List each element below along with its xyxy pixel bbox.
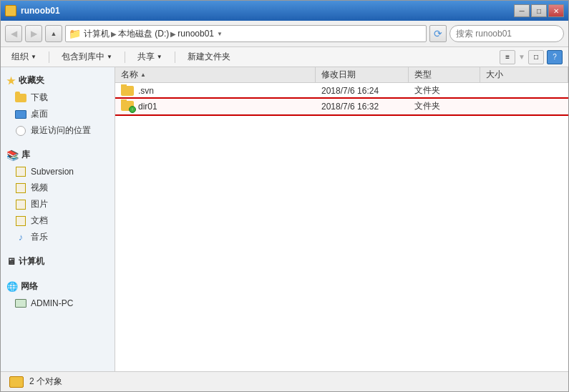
- toolbar-area: ◀ ▶ ▲ 📁 计算机 ▶ 本地磁盘 (D:) ▶ runoob01 ▼ ⟳: [1, 21, 568, 47]
- svn-date: 2018/7/6 16:24: [316, 84, 409, 97]
- forward-button[interactable]: ▶: [25, 25, 42, 42]
- share-button[interactable]: 共享 ▼: [132, 49, 167, 65]
- library-label: 库: [21, 149, 30, 161]
- pictures-icon: [15, 199, 26, 210]
- svn-folder-icon: [121, 86, 134, 96]
- file-name-svn: .svn: [115, 84, 316, 97]
- documents-icon: [15, 215, 26, 227]
- close-button[interactable]: ✕: [548, 4, 564, 17]
- share-label: 共享: [137, 51, 155, 63]
- col-type-header[interactable]: 类型: [409, 67, 480, 82]
- download-label: 下载: [31, 92, 48, 104]
- window: runoob01 ─ □ ✕ ◀ ▶ ▲ 📁 计算机 ▶ 本地磁盘 (D:) ▶…: [0, 0, 569, 392]
- sidebar-item-documents[interactable]: 文档: [1, 212, 115, 229]
- sep-cmd-2: [125, 52, 125, 63]
- command-bar: 组织 ▼ 包含到库中 ▼ 共享 ▼ 新建文件夹 ≡ ▼ □ ?: [1, 47, 568, 67]
- new-folder-button[interactable]: 新建文件夹: [183, 49, 235, 65]
- sidebar-item-pictures[interactable]: 图片: [1, 196, 115, 212]
- sidebar-item-desktop[interactable]: 桌面: [1, 106, 115, 122]
- address-part-1: 计算机: [84, 28, 110, 40]
- window-controls: ─ □ ✕: [514, 4, 564, 17]
- view-sep: ▼: [518, 53, 525, 61]
- window-icon: [5, 5, 16, 16]
- include-library-label: 包含到库中: [62, 51, 104, 63]
- minimize-button[interactable]: ─: [514, 4, 530, 17]
- file-rows: .svn 2018/7/6 16:24 文件夹 dir01: [115, 83, 568, 371]
- search-input[interactable]: [450, 29, 564, 39]
- status-bar: 2 个对象: [1, 371, 568, 391]
- sort-arrow: ▲: [140, 72, 146, 78]
- sidebar-item-music[interactable]: ♪ 音乐: [1, 229, 115, 245]
- recent-icon: [15, 125, 26, 137]
- computer-header[interactable]: 🖥 计算机: [1, 254, 115, 270]
- library-header[interactable]: 📚 库: [1, 147, 115, 164]
- network-section: 🌐 网络 ADMIN-PC: [1, 279, 115, 311]
- address-parts: 计算机 ▶ 本地磁盘 (D:) ▶ runoob01 ▼: [84, 28, 423, 40]
- favorites-label: 收藏夹: [19, 74, 44, 87]
- dir01-type: 文件夹: [409, 99, 480, 114]
- network-header[interactable]: 🌐 网络: [1, 279, 115, 295]
- view-list-icon: ≡: [505, 53, 510, 61]
- maximize-button[interactable]: □: [531, 4, 547, 17]
- svn-overlay-icon: [129, 106, 136, 113]
- organize-label: 组织: [11, 51, 29, 63]
- computer-label: 计算机: [19, 255, 44, 268]
- refresh-icon: ⟳: [434, 28, 442, 39]
- include-library-button[interactable]: 包含到库中 ▼: [57, 49, 117, 65]
- refresh-button[interactable]: ⟳: [429, 25, 447, 42]
- status-count: 2 个对象: [29, 376, 62, 388]
- desktop-icon: [15, 109, 26, 120]
- favorites-section: ★ 收藏夹 下载 桌面: [1, 73, 115, 139]
- dir01-size: [480, 105, 568, 108]
- recent-label: 最近访问的位置: [31, 124, 91, 137]
- desktop-label: 桌面: [31, 108, 48, 120]
- sidebar-item-video[interactable]: 视频: [1, 180, 115, 196]
- col-size-header[interactable]: 大小: [480, 67, 568, 82]
- view-tile-button[interactable]: □: [528, 50, 544, 64]
- help-button[interactable]: ?: [547, 50, 563, 64]
- up-button[interactable]: ▲: [45, 25, 62, 42]
- sep-1: ▶: [111, 30, 117, 38]
- organize-button[interactable]: 组织 ▼: [6, 49, 42, 65]
- search-bar: 🔍: [449, 25, 564, 42]
- address-folder-icon: 📁: [69, 28, 81, 39]
- col-date-header[interactable]: 修改日期: [316, 67, 409, 82]
- main-area: ★ 收藏夹 下载 桌面: [1, 67, 568, 371]
- address-part-2: 本地磁盘 (D:): [118, 28, 169, 40]
- status-folder-icon: [9, 376, 24, 388]
- computer-section: 🖥 计算机: [1, 254, 115, 270]
- window-title: runoob01: [21, 6, 514, 16]
- documents-label: 文档: [31, 215, 48, 227]
- svn-type: 文件夹: [409, 83, 480, 98]
- share-arrow: ▼: [157, 54, 162, 60]
- sidebar-item-admin-pc[interactable]: ADMIN-PC: [1, 295, 115, 311]
- sep-cmd-1: [49, 52, 49, 63]
- favorites-header[interactable]: ★ 收藏夹: [1, 73, 115, 89]
- back-button[interactable]: ◀: [5, 25, 22, 42]
- address-bar[interactable]: 📁 计算机 ▶ 本地磁盘 (D:) ▶ runoob01 ▼: [65, 25, 427, 42]
- sep-2: ▶: [170, 30, 176, 38]
- admin-pc-icon: [15, 298, 26, 309]
- pictures-label: 图片: [31, 198, 48, 210]
- view-list-button[interactable]: ≡: [500, 50, 515, 64]
- sidebar: ★ 收藏夹 下载 桌面: [1, 67, 115, 371]
- subversion-label: Subversion: [31, 167, 74, 177]
- address-part-3: runoob01: [177, 29, 214, 39]
- dir01-folder-icon: [121, 101, 134, 112]
- sidebar-item-subversion[interactable]: Subversion: [1, 164, 115, 180]
- table-row[interactable]: .svn 2018/7/6 16:24 文件夹: [115, 83, 568, 99]
- library-icon: 📚: [6, 150, 19, 161]
- help-icon: ?: [553, 53, 557, 61]
- network-label: 网络: [21, 280, 38, 293]
- sidebar-item-recent[interactable]: 最近访问的位置: [1, 122, 115, 139]
- organize-arrow: ▼: [31, 54, 37, 60]
- address-dropdown-arrow[interactable]: ▼: [215, 31, 224, 37]
- table-row[interactable]: dir01 2018/7/6 16:32 文件夹: [115, 99, 568, 114]
- col-name-header[interactable]: 名称 ▲: [115, 67, 316, 82]
- svn-size: [480, 89, 568, 92]
- file-area: 名称 ▲ 修改日期 类型 大小 .svn: [115, 67, 568, 371]
- computer-icon: 🖥: [6, 256, 16, 267]
- sidebar-item-download[interactable]: 下载: [1, 89, 115, 106]
- file-header: 名称 ▲ 修改日期 类型 大小: [115, 67, 568, 83]
- network-globe-icon: 🌐: [6, 281, 18, 292]
